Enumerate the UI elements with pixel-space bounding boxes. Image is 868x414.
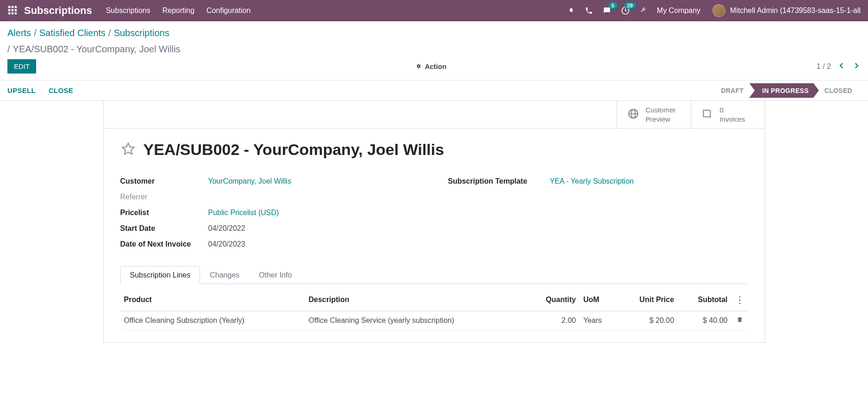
- label-start-date: Start Date: [120, 224, 208, 233]
- apps-icon[interactable]: [7, 5, 19, 16]
- stage-draft[interactable]: DRAFT: [712, 84, 752, 97]
- record-title: YEA/SUB002 - YourCompany, Joel Willis: [144, 141, 444, 159]
- main-navbar: Subscriptions Subscriptions Reporting Co…: [0, 0, 868, 21]
- control-panel: Alerts / Satisfied Clients / Subscriptio…: [0, 21, 868, 80]
- table-row[interactable]: Office Cleaning Subscription (Yearly) Of…: [120, 311, 748, 330]
- menu-reporting[interactable]: Reporting: [162, 6, 194, 15]
- svg-rect-7: [12, 12, 14, 15]
- subscription-lines-table: Product Description Quantity UoM Unit Pr…: [120, 289, 748, 330]
- svg-rect-5: [15, 9, 17, 12]
- action-label: Action: [425, 62, 447, 70]
- cell-uom: Years: [580, 311, 617, 330]
- book-icon: [701, 108, 713, 121]
- status-bar: UPSELL CLOSE DRAFT IN PROGRESS CLOSED: [0, 80, 868, 101]
- button-box: Customer Preview 0 Invoices: [104, 101, 765, 129]
- messages-badge: 5: [609, 2, 617, 9]
- label-template: Subscription Template: [448, 177, 550, 185]
- invoices-button[interactable]: 0 Invoices: [691, 101, 765, 128]
- label-next-invoice: Date of Next Invoice: [120, 240, 208, 248]
- close-button[interactable]: CLOSE: [49, 87, 73, 94]
- star-icon[interactable]: [120, 141, 136, 158]
- avatar: [712, 4, 725, 17]
- svg-rect-6: [8, 12, 11, 15]
- pager-prev[interactable]: [837, 62, 846, 72]
- breadcrumb-subscriptions[interactable]: Subscriptions: [114, 28, 169, 38]
- value-customer[interactable]: YourCompany, Joel Willis: [208, 177, 292, 185]
- customer-preview-button[interactable]: Customer Preview: [617, 101, 691, 128]
- table-options-icon[interactable]: ⋮: [735, 295, 744, 305]
- th-product: Product: [120, 289, 305, 311]
- globe-icon: [627, 108, 639, 121]
- debug-icon[interactable]: [567, 6, 575, 15]
- stat-customer-l1: Customer: [646, 105, 676, 115]
- label-pricelist: Pricelist: [120, 209, 208, 217]
- stage-in-progress[interactable]: IN PROGRESS: [749, 83, 819, 98]
- svg-rect-0: [8, 6, 11, 8]
- pager-text: 1 / 2: [817, 62, 831, 71]
- form-right-column: Subscription Template YEA - Yearly Subsc…: [448, 173, 748, 252]
- upsell-button[interactable]: UPSELL: [7, 87, 36, 94]
- value-template[interactable]: YEA - Yearly Subscription: [550, 177, 634, 185]
- status-stages: DRAFT IN PROGRESS CLOSED: [712, 83, 861, 98]
- breadcrumb-satisfied-clients[interactable]: Satisfied Clients: [39, 28, 106, 38]
- systray: 5 29 My Company Mitchell Admin (14739583…: [567, 4, 861, 17]
- username: Mitchell Admin (14739583-saas-15-1-all: [730, 6, 861, 15]
- cell-product: Office Cleaning Subscription (Yearly): [120, 311, 305, 330]
- pager-next[interactable]: [852, 62, 861, 72]
- svg-rect-4: [12, 9, 14, 12]
- th-unit-price: Unit Price: [617, 289, 678, 311]
- user-menu[interactable]: Mitchell Admin (14739583-saas-15-1-all: [712, 4, 861, 17]
- svg-rect-8: [15, 12, 17, 15]
- activities-badge: 29: [624, 2, 636, 9]
- menu-subscriptions[interactable]: Subscriptions: [106, 6, 150, 15]
- th-subtotal: Subtotal: [678, 289, 731, 311]
- breadcrumb: Alerts / Satisfied Clients / Subscriptio…: [0, 21, 868, 55]
- company-switcher[interactable]: My Company: [657, 6, 700, 15]
- svg-rect-1: [12, 6, 14, 8]
- tab-other-info[interactable]: Other Info: [249, 266, 301, 284]
- messages-icon[interactable]: 5: [602, 6, 612, 15]
- cell-unit-price: $ 20.00: [617, 311, 678, 330]
- app-brand[interactable]: Subscriptions: [24, 5, 92, 17]
- breadcrumb-alerts[interactable]: Alerts: [7, 28, 31, 38]
- trash-icon[interactable]: [736, 317, 743, 325]
- stat-invoices-label: Invoices: [720, 115, 745, 124]
- edit-button[interactable]: EDIT: [7, 59, 36, 74]
- tabs: Subscription Lines Changes Other Info: [120, 266, 748, 284]
- cell-description: Office Cleaning Service (yearly subscrip…: [305, 311, 526, 330]
- form-sheet: Customer Preview 0 Invoices YEA/SUB002: [103, 101, 765, 343]
- stat-customer-l2: Preview: [646, 115, 676, 124]
- th-quantity: Quantity: [525, 289, 580, 311]
- cell-subtotal: $ 40.00: [678, 311, 731, 330]
- label-customer: Customer: [120, 177, 208, 185]
- label-referrer: Referrer: [120, 193, 208, 201]
- th-uom: UoM: [580, 289, 617, 311]
- studio-icon[interactable]: [639, 6, 648, 15]
- menu-configuration[interactable]: Configuration: [206, 6, 250, 15]
- breadcrumb-current: YEA/SUB002 - YourCompany, Joel Willis: [13, 44, 181, 55]
- action-dropdown[interactable]: Action: [406, 62, 447, 70]
- tab-subscription-lines[interactable]: Subscription Lines: [120, 266, 200, 284]
- value-start-date: 04/20/2022: [208, 224, 245, 233]
- value-next-invoice: 04/20/2023: [208, 240, 245, 248]
- value-pricelist[interactable]: Public Pricelist (USD): [208, 209, 279, 217]
- stage-closed[interactable]: CLOSED: [816, 84, 861, 97]
- svg-rect-3: [8, 9, 11, 12]
- svg-rect-2: [15, 6, 17, 8]
- activities-icon[interactable]: 29: [621, 6, 630, 15]
- phone-icon[interactable]: [585, 6, 593, 15]
- stat-invoices-count: 0: [720, 105, 745, 115]
- form-left-column: Customer YourCompany, Joel Willis Referr…: [120, 173, 420, 252]
- cell-quantity: 2.00: [525, 311, 580, 330]
- th-description: Description: [305, 289, 526, 311]
- tab-changes[interactable]: Changes: [200, 266, 249, 284]
